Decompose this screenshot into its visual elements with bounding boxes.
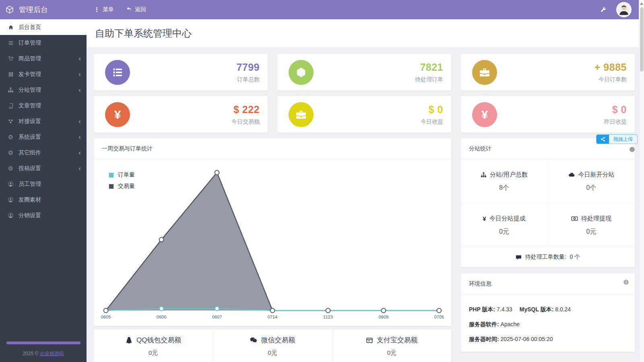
mysql-version-label: MySQL 版本: [520, 306, 554, 313]
legend-orders[interactable]: 订单量 [109, 171, 135, 179]
svg-text:0909: 0909 [379, 315, 389, 319]
sidebar-item-moments[interactable]: 发圈素材 [0, 192, 87, 208]
environment-panel: 环境信息 PHP 版本: 7.4.33 MySQL 版本: 8.0.24 服务器… [461, 274, 635, 352]
stat-label: 昨日收益 [604, 118, 627, 125]
book-icon [7, 103, 14, 109]
nodes-icon [7, 118, 14, 124]
server-time-value: 2025-07-06 00:05:20 [501, 336, 553, 342]
sidebar-item-cards[interactable]: 发卡管理‹ [0, 66, 87, 82]
sidebar-item-components[interactable]: ⚙其它组件‹ [0, 145, 87, 160]
stat-card-text: 7821待处理订单 [415, 62, 443, 83]
back-arrow-icon [126, 6, 132, 13]
svg-text:0714: 0714 [268, 315, 278, 319]
stat-card-today-orders: + 9885今日订单数 [461, 54, 635, 90]
user-icon [7, 212, 14, 218]
page-title: 自助下单系统管理中心 [95, 27, 192, 40]
php-version-label: PHP 版本: [469, 306, 495, 313]
stat-card-pending-orders: 7821待处理订单 [277, 54, 451, 90]
brand[interactable]: 管理后台 [0, 5, 87, 14]
sidebar-item-home[interactable]: 后台首页 [0, 19, 87, 35]
sidebar-item-articles[interactable]: 文章管理 [0, 98, 87, 113]
sidebar-footer: 2025 © 企业猫源码 [0, 341, 87, 357]
sidebar-item-goods[interactable]: 商品管理‹ [0, 51, 87, 66]
stat-card-text: $ 0昨日收益 [604, 104, 627, 125]
yen-icon: ¥ [105, 102, 130, 127]
svg-text:0607: 0607 [212, 315, 222, 319]
sidebar-item-label: 分销设置 [19, 212, 81, 219]
payment-value: 0元 [94, 349, 213, 357]
cogs-icon: ⚙ [7, 149, 14, 156]
weekly-chart-svg: 0605060606070714112309090705 [94, 159, 451, 326]
php-mysql-row: PHP 版本: 7.4.33 MySQL 版本: 8.0.24 [469, 306, 627, 313]
server-software-row: 服务器软件: Apache [469, 321, 627, 328]
legend-volume[interactable]: 交易量 [109, 183, 135, 190]
sidebar-item-staff[interactable]: 员工管理 [0, 176, 87, 192]
chart-title: 一周交易与订单统计 [102, 145, 153, 152]
payment-wechat: 微信交易额0元 [213, 329, 332, 362]
main-area: 自助下单系统管理中心 7799订单总数7821待处理订单+ 9885今日订单数¥… [87, 19, 639, 362]
substation-cell-label: 待处理提现 [550, 215, 632, 222]
stat-value: 7821 [415, 62, 443, 73]
substation-panel: 分站统计 拖拽上传 分站/用户总数8个今日新开分站0个¥今日分站提成0元待处理提… [461, 138, 635, 267]
chart-panel-header: 一周交易与订单统计 [94, 138, 451, 159]
menu-button[interactable]: ⋮ 菜单 [92, 6, 116, 13]
sidebar-item-system[interactable]: ⚙系统设置‹ [0, 129, 87, 145]
chevron-left-icon: ‹ [78, 118, 81, 125]
scrollbar-thumb[interactable] [640, 7, 644, 72]
sidebar-item-orders[interactable]: 订单管理 [0, 35, 87, 51]
yen-icon: ¥ [483, 215, 486, 222]
substation-label-text: 待处理提现 [581, 215, 611, 222]
scrollbar[interactable] [639, 0, 644, 362]
stat-card-today-volume: ¥$ 222今日交易额 [94, 96, 268, 133]
substation-cell-value: 0个 [550, 184, 632, 192]
sidebar-item-integration[interactable]: 对接设置‹ [0, 113, 87, 129]
server-software-label: 服务器软件: [469, 321, 499, 327]
info-icon[interactable] [623, 279, 629, 285]
scroll-up-button[interactable] [639, 1, 644, 6]
pending-tickets-row: 待处理工单数量: 0 个 [461, 247, 635, 267]
drag-handle-dot [630, 147, 635, 152]
sidebar-item-distribution[interactable]: 分销设置 [0, 208, 87, 223]
ellipsis-icon: ⋮ [94, 6, 100, 13]
cart-icon [7, 56, 14, 62]
substation-cell-label: 分站/用户总数 [463, 171, 545, 179]
payment-qq: QQ钱包交易额0元 [94, 329, 213, 362]
gear-icon: ⚙ [7, 134, 14, 141]
stat-card-text: $ 0今日收益 [421, 104, 443, 125]
substation-cell-new-substations: 今日新开分站0个 [548, 159, 635, 203]
payment-label: 微信交易额 [213, 335, 332, 345]
wrench-icon[interactable] [600, 6, 607, 13]
payment-value: 0元 [332, 349, 451, 357]
stat-value: + 9885 [594, 62, 627, 73]
substation-label-text: 分站/用户总数 [490, 171, 528, 179]
svg-text:0606: 0606 [157, 315, 167, 319]
sidebar-item-label: 对接设置 [19, 118, 74, 125]
stat-card-total-orders: 7799订单总数 [94, 54, 268, 90]
legend-volume-label: 交易量 [118, 183, 135, 190]
drag-upload-badge[interactable]: 拖拽上传 [596, 134, 638, 144]
sidebar-item-submission[interactable]: ⚙投稿设置‹ [0, 160, 87, 176]
user-icon [7, 181, 14, 187]
vendor-link[interactable]: 企业猫源码 [40, 351, 64, 356]
stat-label: 待处理订单 [415, 76, 443, 83]
server-software-value: Apache [501, 321, 520, 327]
stat-label: 今日订单数 [594, 76, 627, 83]
drag-upload-label: 拖拽上传 [609, 136, 637, 143]
sidebar-item-label: 投稿设置 [19, 165, 74, 172]
chevron-left-icon: ‹ [78, 165, 81, 172]
pending-tickets-label: 待处理工单数量: [525, 253, 566, 261]
sidebar-item-substations[interactable]: 分站管理‹ [0, 82, 87, 98]
sidebar-item-label: 发圈素材 [19, 196, 81, 204]
substation-header: 分站统计 拖拽上传 [461, 138, 635, 159]
stat-card-text: + 9885今日订单数 [594, 62, 627, 83]
page-title-bar: 自助下单系统管理中心 [87, 19, 639, 48]
user-avatar[interactable] [616, 2, 632, 17]
stat-value: $ 0 [421, 104, 443, 115]
sitemap-icon [7, 87, 14, 93]
stat-card-today-income: $ 0今日收益 [277, 96, 451, 133]
money-icon [571, 215, 578, 222]
cogs-icon: ⚙ [7, 165, 14, 172]
back-button[interactable]: 返回 [124, 6, 148, 13]
sidebar-accent-bar [6, 341, 80, 344]
mysql-version-value: 8.0.24 [555, 306, 571, 313]
